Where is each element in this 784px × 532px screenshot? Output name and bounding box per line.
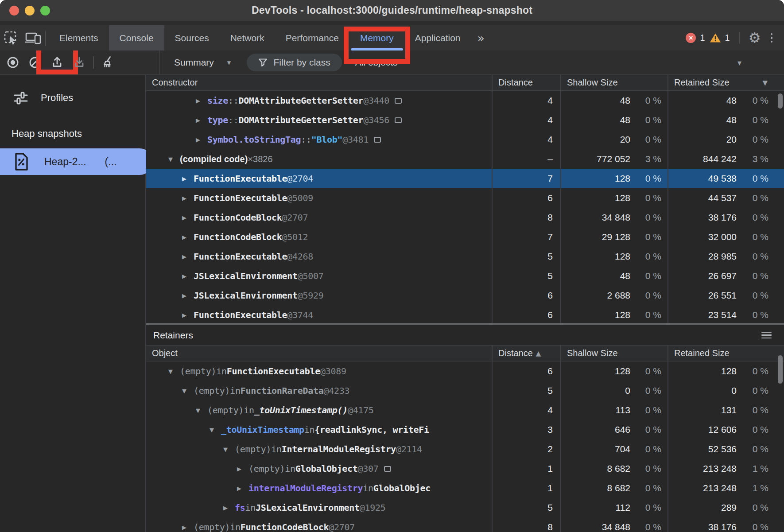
warning-badge[interactable]: 1 [710, 33, 730, 43]
retainer-row[interactable]: ▶(empty) in FunctionCodeBlock @2707834 8… [146, 517, 784, 532]
column-header-object[interactable]: Object [146, 346, 492, 361]
name-segment: (empty) [235, 444, 271, 454]
devtools-tabbar: ElementsConsoleSourcesNetworkPerformance… [0, 21, 784, 50]
reveal-object-icon[interactable] [384, 466, 391, 472]
constructor-row[interactable]: ▶FunctionCodeBlock @2707834 8480 %38 176… [146, 208, 784, 227]
zoom-window-button[interactable] [40, 6, 50, 16]
constructor-row[interactable]: ▶size :: DOMAttributeGetterSetter @34404… [146, 91, 784, 110]
scrollbar-thumb[interactable] [778, 355, 783, 384]
constructor-row[interactable]: ▶Symbol.toStringTag :: "Blob" @34814200 … [146, 130, 784, 149]
reveal-object-icon[interactable] [395, 98, 402, 104]
expand-arrow-icon[interactable]: ▼ [223, 446, 235, 453]
collapse-arrow-icon[interactable]: ▶ [182, 234, 194, 241]
constructor-row[interactable]: ▼(compiled code) ×3826–772 0523 %844 242… [146, 149, 784, 169]
name-segment: DOMAttributeGetterSetter [238, 95, 363, 106]
size-percent: 3 % [737, 154, 776, 164]
tab-memory[interactable]: Memory [349, 25, 404, 50]
expand-arrow-icon[interactable]: ▼ [196, 407, 207, 414]
column-header-retained-size[interactable]: Retained Size [668, 346, 776, 361]
expand-arrow-icon[interactable]: ▼ [182, 388, 194, 394]
panel-chevron-down-icon[interactable]: ▾ [737, 58, 741, 67]
retainer-row[interactable]: ▶(empty) in GlobalObject @30718 6820 %21… [146, 459, 784, 478]
collapse-arrow-icon[interactable]: ▶ [182, 312, 194, 318]
constructor-row[interactable]: ▶FunctionExecutable @374461280 %23 5140 … [146, 305, 784, 323]
retainer-row[interactable]: ▼(empty) in FunctionRareData @4233500 %0… [146, 381, 784, 400]
collapse-arrow-icon[interactable]: ▶ [182, 175, 194, 182]
column-header-constructor[interactable]: Constructor [146, 75, 492, 90]
collapse-arrow-icon[interactable]: ▶ [237, 466, 248, 472]
size-value: 131 [668, 405, 737, 416]
customize-devtools-button[interactable] [765, 33, 778, 43]
retainer-row[interactable]: ▼(empty) in _toUnixTimestamp() @41754113… [146, 400, 784, 420]
column-header-distance[interactable]: Distance [492, 75, 560, 90]
record-icon [6, 55, 20, 70]
load-profile-button[interactable] [46, 52, 68, 73]
collapse-arrow-icon[interactable]: ▶ [182, 214, 194, 221]
close-window-button[interactable] [9, 6, 19, 16]
constructor-row[interactable]: ▶type :: DOMAttributeGetterSetter @34564… [146, 110, 784, 130]
column-header-shallow-size[interactable]: Shallow Size [560, 75, 668, 90]
collapse-arrow-icon[interactable]: ▶ [237, 485, 248, 492]
perspective-select[interactable]: Summary ▾ [174, 57, 231, 68]
retainer-row[interactable]: ▼(empty) in InternalModuleRegistry @2114… [146, 439, 784, 459]
reveal-object-icon[interactable] [395, 117, 402, 123]
minimize-window-button[interactable] [25, 6, 35, 16]
collapse-arrow-icon[interactable]: ▶ [182, 292, 194, 299]
retainer-row[interactable]: ▶fs in JSLexicalEnvironment @192551120 %… [146, 498, 784, 517]
more-tabs-button[interactable]: » [471, 25, 491, 50]
collapse-arrow-icon[interactable]: ▶ [182, 195, 194, 202]
shallow-size-cell: 7040 % [560, 439, 668, 459]
collapse-arrow-icon[interactable]: ▶ [182, 524, 194, 531]
constructor-row[interactable]: ▶FunctionExecutable @426851280 %28 9850 … [146, 247, 784, 266]
tab-application[interactable]: Application [404, 25, 471, 50]
scrollbar-thumb[interactable] [778, 93, 783, 109]
size-percent: 0 % [630, 444, 668, 454]
inspect-element-button[interactable] [0, 25, 22, 50]
collapse-arrow-icon[interactable]: ▶ [196, 97, 207, 104]
constructor-row[interactable]: ▶JSLexicalEnvironment @592962 6880 %26 5… [146, 286, 784, 305]
name-segment: (compiled code) [180, 154, 248, 164]
constructor-row[interactable]: ▶JSLexicalEnvironment @50075480 %26 6970… [146, 266, 784, 286]
settings-button[interactable]: ⚙ [749, 31, 761, 45]
constructor-row[interactable]: ▶FunctionCodeBlock @5012729 1280 %32 000… [146, 227, 784, 247]
expand-arrow-icon[interactable]: ▼ [168, 156, 180, 163]
expand-arrow-icon[interactable]: ▼ [210, 427, 221, 433]
column-header-shallow-size[interactable]: Shallow Size [560, 346, 668, 361]
size-value: 44 537 [668, 193, 737, 203]
column-header-retained-size[interactable]: Retained Size▼ [668, 75, 776, 90]
base-snapshot-select[interactable]: All objects [355, 57, 398, 68]
tab-network[interactable]: Network [220, 25, 275, 50]
tab-console[interactable]: Console [109, 25, 164, 50]
size-value: 38 176 [668, 522, 737, 532]
collapse-arrow-icon[interactable]: ▶ [182, 273, 194, 280]
clear-profiles-button[interactable] [24, 52, 46, 73]
class-filter-input[interactable]: Filter by class [247, 54, 342, 71]
titlebar: DevTools - localhost:3000/guides/runtime… [0, 0, 784, 21]
collapse-arrow-icon[interactable]: ▶ [223, 505, 235, 511]
tab-elements[interactable]: Elements [49, 25, 109, 50]
collapse-arrow-icon[interactable]: ▶ [196, 117, 207, 124]
save-profile-button[interactable] [68, 52, 90, 73]
tab-performance[interactable]: Performance [275, 25, 349, 50]
collapse-arrow-icon[interactable]: ▶ [182, 253, 194, 260]
collapse-arrow-icon[interactable]: ▶ [196, 136, 207, 143]
retainer-row[interactable]: ▶internalModuleRegistry in GlobalObjec18… [146, 478, 784, 498]
tab-sources[interactable]: Sources [164, 25, 220, 50]
start-heap-snapshot-button[interactable] [2, 52, 24, 73]
retainer-row[interactable]: ▼_toUnixTimestamp in {readlinkSync, writ… [146, 420, 784, 439]
reveal-object-icon[interactable] [374, 137, 381, 143]
clear-console-button[interactable] [97, 52, 119, 73]
error-badge[interactable]: × 1 [686, 33, 705, 43]
constructor-row[interactable]: ▶FunctionExecutable @270471280 %49 5380 … [146, 169, 784, 188]
retainer-row[interactable]: ▼(empty) in FunctionExecutable @30896128… [146, 361, 784, 381]
heap-snapshot-item-selected[interactable]: Heap-2... (... [0, 148, 153, 175]
column-header-distance[interactable]: Distance▲ [492, 346, 560, 361]
name-segment: DOMAttributeGetterSetter [238, 115, 363, 125]
hamburger-menu-icon[interactable] [761, 332, 772, 339]
size-percent: 0 % [630, 502, 668, 513]
size-value: 646 [561, 424, 630, 435]
constructor-row[interactable]: ▶FunctionExecutable @500961280 %44 5370 … [146, 188, 784, 208]
device-toolbar-button[interactable] [22, 25, 44, 50]
expand-arrow-icon[interactable]: ▼ [168, 368, 180, 375]
name-segment: in [285, 463, 295, 474]
